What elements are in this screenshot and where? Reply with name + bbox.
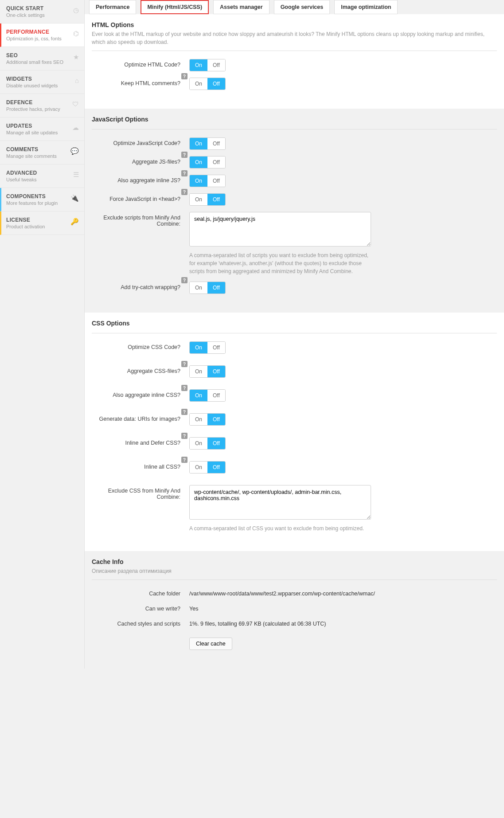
tab-google-services[interactable]: Google services xyxy=(274,0,330,14)
tab-minify-html-js-css-[interactable]: Minify (Html/JS/CSS) xyxy=(141,0,209,14)
sidebar-item-performance[interactable]: PERFORMANCEOptimization js, css, fonts⌬ xyxy=(0,23,84,47)
toggle[interactable]: OnOff xyxy=(189,175,226,187)
toggle[interactable]: OnOff xyxy=(189,59,226,71)
toggle-off[interactable]: Off xyxy=(207,138,225,149)
toggle-on[interactable]: On xyxy=(190,342,207,353)
toggle[interactable]: OnOff xyxy=(189,137,226,150)
sidebar-item-subtitle: Useful tweaks xyxy=(6,177,78,182)
help-icon[interactable]: ? xyxy=(181,277,188,283)
section-title: Cache Info xyxy=(92,558,497,565)
toggle-off[interactable]: Off xyxy=(207,414,225,425)
toggle-off[interactable]: Off xyxy=(207,390,225,401)
sidebar-item-defence[interactable]: DEFENCEProtective hacks, privacy🛡 xyxy=(0,94,84,117)
sidebar-item-icon: ⌂ xyxy=(75,77,79,84)
sidebar: QUICK STARTOne-click settings◷PERFORMANC… xyxy=(0,0,84,669)
sidebar-item-advanced[interactable]: ADVANCEDUseful tweaks☰ xyxy=(0,164,84,188)
toggle[interactable]: OnOff xyxy=(189,389,226,402)
sidebar-item-quick-start[interactable]: QUICK STARTOne-click settings◷ xyxy=(0,0,84,23)
sidebar-item-icon: ☰ xyxy=(73,171,79,179)
toggle-off[interactable]: Off xyxy=(207,194,225,205)
toggle-on[interactable]: On xyxy=(190,366,207,377)
toggle-on[interactable]: On xyxy=(190,194,207,205)
sidebar-item-title: PERFORMANCE xyxy=(6,29,78,35)
sidebar-item-seo[interactable]: SEOAdditional small fixes SEO★ xyxy=(0,47,84,70)
tab-image-optimization[interactable]: Image optimization xyxy=(334,0,398,14)
section-title: HTML Options xyxy=(92,21,497,28)
tabs-nav: PerformanceMinify (Html/JS/CSS)Assets ma… xyxy=(85,0,504,14)
tab-assets-manager[interactable]: Assets manager xyxy=(213,0,270,14)
toggle-on[interactable]: On xyxy=(190,78,207,90)
option-label: Force JavaScript in <head>?? xyxy=(92,193,189,202)
help-icon[interactable]: ? xyxy=(181,433,188,439)
section-description: Ever look at the HTML markup of your web… xyxy=(92,30,497,46)
sidebar-item-title: QUICK START xyxy=(6,5,78,12)
sidebar-item-icon: ☁ xyxy=(72,124,79,132)
option-label: Aggregate CSS-files?? xyxy=(92,365,189,374)
toggle[interactable]: OnOff xyxy=(189,461,226,474)
exclude-css-hint: A comma-separated list of CSS you want t… xyxy=(189,524,375,532)
sidebar-item-title: UPDATES xyxy=(6,123,78,129)
help-icon[interactable]: ? xyxy=(181,73,188,79)
help-icon[interactable]: ? xyxy=(181,170,188,176)
toggle-off[interactable]: Off xyxy=(207,438,225,449)
info-value: /var/www/www-root/data/www/test2.wpparse… xyxy=(189,588,497,597)
option-label: Inline all CSS?? xyxy=(92,461,189,470)
sidebar-item-components[interactable]: COMPONENTSMore features for plugin🔌 xyxy=(0,188,84,211)
toggle[interactable]: OnOff xyxy=(189,282,226,294)
toggle[interactable]: OnOff xyxy=(189,365,226,378)
toggle-on[interactable]: On xyxy=(190,390,207,401)
sidebar-item-title: COMMENTS xyxy=(6,146,78,153)
help-icon[interactable]: ? xyxy=(181,152,188,158)
toggle-off[interactable]: Off xyxy=(207,59,225,71)
toggle-off[interactable]: Off xyxy=(207,462,225,473)
toggle[interactable]: OnOff xyxy=(189,437,226,450)
toggle-off[interactable]: Off xyxy=(207,157,225,168)
toggle-on[interactable]: On xyxy=(190,59,207,71)
sidebar-item-icon: 💬 xyxy=(70,147,79,155)
toggle[interactable]: OnOff xyxy=(189,413,226,426)
clear-cache-button[interactable]: Clear cache xyxy=(189,638,232,650)
toggle-on[interactable]: On xyxy=(190,438,207,449)
toggle[interactable]: OnOff xyxy=(189,156,226,168)
sidebar-item-license[interactable]: LICENSEProduct activation🔑 xyxy=(0,211,84,235)
option-label: Add try-catch wrapping?? xyxy=(92,282,189,290)
help-icon[interactable]: ? xyxy=(181,409,188,415)
sidebar-item-subtitle: One-click settings xyxy=(6,12,78,18)
toggle-on[interactable]: On xyxy=(190,138,207,149)
exclude-scripts-hint: A comma-separated list of scripts you wa… xyxy=(189,251,375,275)
help-icon[interactable]: ? xyxy=(181,457,188,463)
sidebar-item-icon: ⌬ xyxy=(73,30,79,38)
toggle-off[interactable]: Off xyxy=(207,282,225,294)
option-label: Aggregate JS-files?? xyxy=(92,156,189,165)
tab-performance[interactable]: Performance xyxy=(89,0,136,14)
section-title: JavaScript Options xyxy=(92,116,497,123)
sidebar-item-comments[interactable]: COMMENTSManage site comments💬 xyxy=(0,141,84,164)
sidebar-item-widgets[interactable]: WIDGETSDisable unused widgets⌂ xyxy=(0,70,84,94)
exclude-css-input[interactable] xyxy=(189,485,371,520)
toggle[interactable]: OnOff xyxy=(189,341,226,354)
toggle[interactable]: OnOff xyxy=(189,193,226,206)
sidebar-item-subtitle: Protective hacks, privacy xyxy=(6,106,78,112)
help-icon[interactable]: ? xyxy=(181,189,188,195)
help-icon[interactable]: ? xyxy=(181,361,188,367)
sidebar-item-title: COMPONENTS xyxy=(6,193,78,200)
toggle-off[interactable]: Off xyxy=(207,366,225,377)
toggle[interactable]: OnOff xyxy=(189,78,226,90)
sidebar-item-icon: 🔑 xyxy=(70,218,79,226)
sidebar-item-subtitle: Manage site comments xyxy=(6,153,78,159)
exclude-css-label: Exclude CSS from Minify And Combine: xyxy=(92,485,189,500)
toggle-on[interactable]: On xyxy=(190,282,207,294)
info-label: Cached styles and scripts xyxy=(92,618,189,627)
sidebar-item-subtitle: Manage all site updates xyxy=(6,130,78,135)
toggle-on[interactable]: On xyxy=(190,462,207,473)
toggle-on[interactable]: On xyxy=(190,157,207,168)
toggle-off[interactable]: Off xyxy=(207,175,225,187)
sidebar-item-title: WIDGETS xyxy=(6,76,78,82)
sidebar-item-updates[interactable]: UPDATESManage all site updates☁ xyxy=(0,117,84,141)
exclude-scripts-input[interactable] xyxy=(189,212,371,247)
help-icon[interactable]: ? xyxy=(181,385,188,391)
toggle-on[interactable]: On xyxy=(190,175,207,187)
toggle-off[interactable]: Off xyxy=(207,78,225,90)
toggle-on[interactable]: On xyxy=(190,414,207,425)
toggle-off[interactable]: Off xyxy=(207,342,225,353)
